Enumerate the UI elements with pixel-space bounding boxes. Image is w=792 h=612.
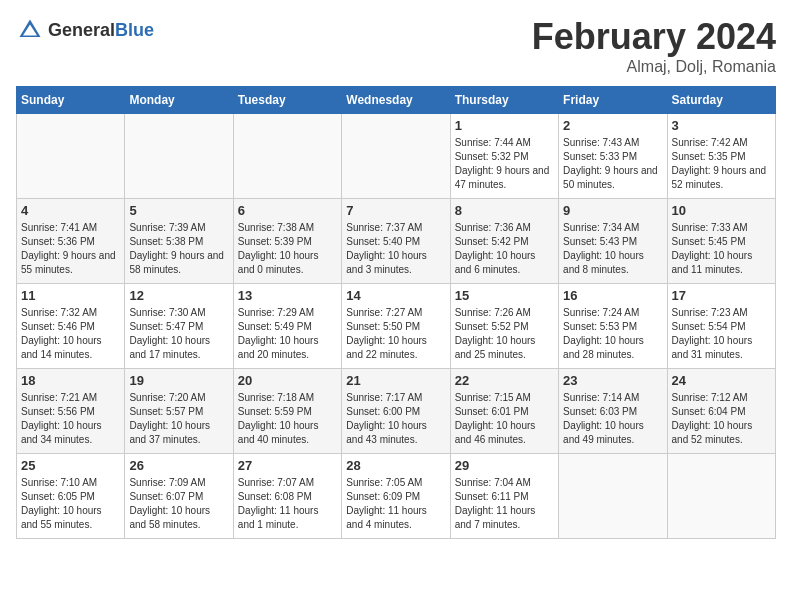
column-header-wednesday: Wednesday [342, 87, 450, 114]
day-info: Sunrise: 7:41 AMSunset: 5:36 PMDaylight:… [21, 221, 120, 277]
day-info: Sunrise: 7:44 AMSunset: 5:32 PMDaylight:… [455, 136, 554, 192]
calendar-cell: 18Sunrise: 7:21 AMSunset: 5:56 PMDayligh… [17, 369, 125, 454]
calendar-cell: 15Sunrise: 7:26 AMSunset: 5:52 PMDayligh… [450, 284, 558, 369]
day-number: 8 [455, 203, 554, 218]
calendar-cell [342, 114, 450, 199]
day-info: Sunrise: 7:29 AMSunset: 5:49 PMDaylight:… [238, 306, 337, 362]
calendar-week-row: 25Sunrise: 7:10 AMSunset: 6:05 PMDayligh… [17, 454, 776, 539]
day-number: 10 [672, 203, 771, 218]
calendar-cell: 29Sunrise: 7:04 AMSunset: 6:11 PMDayligh… [450, 454, 558, 539]
day-info: Sunrise: 7:07 AMSunset: 6:08 PMDaylight:… [238, 476, 337, 532]
calendar-cell: 6Sunrise: 7:38 AMSunset: 5:39 PMDaylight… [233, 199, 341, 284]
calendar-cell: 17Sunrise: 7:23 AMSunset: 5:54 PMDayligh… [667, 284, 775, 369]
calendar-header-row: SundayMondayTuesdayWednesdayThursdayFrid… [17, 87, 776, 114]
calendar-cell: 4Sunrise: 7:41 AMSunset: 5:36 PMDaylight… [17, 199, 125, 284]
calendar-cell: 2Sunrise: 7:43 AMSunset: 5:33 PMDaylight… [559, 114, 667, 199]
calendar-cell: 23Sunrise: 7:14 AMSunset: 6:03 PMDayligh… [559, 369, 667, 454]
calendar-cell [559, 454, 667, 539]
day-number: 15 [455, 288, 554, 303]
logo-text: GeneralBlue [48, 20, 154, 41]
day-info: Sunrise: 7:37 AMSunset: 5:40 PMDaylight:… [346, 221, 445, 277]
day-number: 20 [238, 373, 337, 388]
day-info: Sunrise: 7:21 AMSunset: 5:56 PMDaylight:… [21, 391, 120, 447]
day-info: Sunrise: 7:27 AMSunset: 5:50 PMDaylight:… [346, 306, 445, 362]
column-header-saturday: Saturday [667, 87, 775, 114]
calendar-cell: 27Sunrise: 7:07 AMSunset: 6:08 PMDayligh… [233, 454, 341, 539]
calendar-cell [17, 114, 125, 199]
logo: GeneralBlue [16, 16, 154, 44]
day-info: Sunrise: 7:34 AMSunset: 5:43 PMDaylight:… [563, 221, 662, 277]
calendar-cell: 19Sunrise: 7:20 AMSunset: 5:57 PMDayligh… [125, 369, 233, 454]
calendar-week-row: 4Sunrise: 7:41 AMSunset: 5:36 PMDaylight… [17, 199, 776, 284]
day-number: 19 [129, 373, 228, 388]
calendar-cell: 3Sunrise: 7:42 AMSunset: 5:35 PMDaylight… [667, 114, 775, 199]
day-info: Sunrise: 7:32 AMSunset: 5:46 PMDaylight:… [21, 306, 120, 362]
day-number: 14 [346, 288, 445, 303]
day-info: Sunrise: 7:20 AMSunset: 5:57 PMDaylight:… [129, 391, 228, 447]
day-number: 22 [455, 373, 554, 388]
day-info: Sunrise: 7:24 AMSunset: 5:53 PMDaylight:… [563, 306, 662, 362]
calendar-cell [233, 114, 341, 199]
day-number: 3 [672, 118, 771, 133]
calendar-week-row: 11Sunrise: 7:32 AMSunset: 5:46 PMDayligh… [17, 284, 776, 369]
day-info: Sunrise: 7:17 AMSunset: 6:00 PMDaylight:… [346, 391, 445, 447]
calendar-cell: 7Sunrise: 7:37 AMSunset: 5:40 PMDaylight… [342, 199, 450, 284]
day-info: Sunrise: 7:43 AMSunset: 5:33 PMDaylight:… [563, 136, 662, 192]
calendar-cell [667, 454, 775, 539]
day-info: Sunrise: 7:23 AMSunset: 5:54 PMDaylight:… [672, 306, 771, 362]
calendar-cell: 10Sunrise: 7:33 AMSunset: 5:45 PMDayligh… [667, 199, 775, 284]
day-info: Sunrise: 7:18 AMSunset: 5:59 PMDaylight:… [238, 391, 337, 447]
day-number: 16 [563, 288, 662, 303]
calendar-cell: 28Sunrise: 7:05 AMSunset: 6:09 PMDayligh… [342, 454, 450, 539]
day-number: 17 [672, 288, 771, 303]
day-number: 12 [129, 288, 228, 303]
day-number: 4 [21, 203, 120, 218]
day-info: Sunrise: 7:39 AMSunset: 5:38 PMDaylight:… [129, 221, 228, 277]
column-header-monday: Monday [125, 87, 233, 114]
title-block: February 2024 Almaj, Dolj, Romania [532, 16, 776, 76]
day-number: 27 [238, 458, 337, 473]
calendar-cell: 9Sunrise: 7:34 AMSunset: 5:43 PMDaylight… [559, 199, 667, 284]
day-number: 6 [238, 203, 337, 218]
logo-icon [16, 16, 44, 44]
day-number: 5 [129, 203, 228, 218]
day-info: Sunrise: 7:26 AMSunset: 5:52 PMDaylight:… [455, 306, 554, 362]
day-number: 26 [129, 458, 228, 473]
day-info: Sunrise: 7:36 AMSunset: 5:42 PMDaylight:… [455, 221, 554, 277]
calendar-cell: 21Sunrise: 7:17 AMSunset: 6:00 PMDayligh… [342, 369, 450, 454]
logo-general: General [48, 20, 115, 40]
calendar-cell: 1Sunrise: 7:44 AMSunset: 5:32 PMDaylight… [450, 114, 558, 199]
calendar-cell: 8Sunrise: 7:36 AMSunset: 5:42 PMDaylight… [450, 199, 558, 284]
day-info: Sunrise: 7:42 AMSunset: 5:35 PMDaylight:… [672, 136, 771, 192]
day-info: Sunrise: 7:15 AMSunset: 6:01 PMDaylight:… [455, 391, 554, 447]
column-header-sunday: Sunday [17, 87, 125, 114]
day-number: 7 [346, 203, 445, 218]
day-number: 28 [346, 458, 445, 473]
day-info: Sunrise: 7:09 AMSunset: 6:07 PMDaylight:… [129, 476, 228, 532]
calendar-cell: 14Sunrise: 7:27 AMSunset: 5:50 PMDayligh… [342, 284, 450, 369]
day-number: 2 [563, 118, 662, 133]
day-info: Sunrise: 7:14 AMSunset: 6:03 PMDaylight:… [563, 391, 662, 447]
day-number: 18 [21, 373, 120, 388]
day-info: Sunrise: 7:04 AMSunset: 6:11 PMDaylight:… [455, 476, 554, 532]
calendar-cell: 11Sunrise: 7:32 AMSunset: 5:46 PMDayligh… [17, 284, 125, 369]
day-number: 21 [346, 373, 445, 388]
logo-blue: Blue [115, 20, 154, 40]
day-info: Sunrise: 7:33 AMSunset: 5:45 PMDaylight:… [672, 221, 771, 277]
day-number: 11 [21, 288, 120, 303]
calendar-week-row: 18Sunrise: 7:21 AMSunset: 5:56 PMDayligh… [17, 369, 776, 454]
day-number: 25 [21, 458, 120, 473]
day-number: 23 [563, 373, 662, 388]
calendar-title: February 2024 [532, 16, 776, 58]
day-info: Sunrise: 7:38 AMSunset: 5:39 PMDaylight:… [238, 221, 337, 277]
day-info: Sunrise: 7:30 AMSunset: 5:47 PMDaylight:… [129, 306, 228, 362]
day-number: 1 [455, 118, 554, 133]
calendar-cell: 24Sunrise: 7:12 AMSunset: 6:04 PMDayligh… [667, 369, 775, 454]
calendar-cell: 26Sunrise: 7:09 AMSunset: 6:07 PMDayligh… [125, 454, 233, 539]
calendar-cell: 5Sunrise: 7:39 AMSunset: 5:38 PMDaylight… [125, 199, 233, 284]
calendar-table: SundayMondayTuesdayWednesdayThursdayFrid… [16, 86, 776, 539]
day-info: Sunrise: 7:05 AMSunset: 6:09 PMDaylight:… [346, 476, 445, 532]
column-header-friday: Friday [559, 87, 667, 114]
calendar-week-row: 1Sunrise: 7:44 AMSunset: 5:32 PMDaylight… [17, 114, 776, 199]
calendar-cell: 16Sunrise: 7:24 AMSunset: 5:53 PMDayligh… [559, 284, 667, 369]
